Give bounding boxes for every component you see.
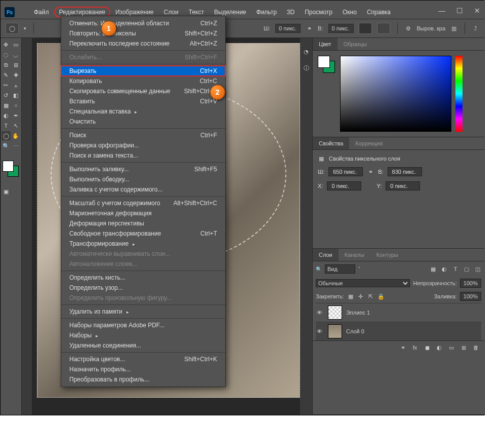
filter-type-icon[interactable]: T xyxy=(452,265,459,273)
menu-item[interactable]: Марионеточная деформация xyxy=(61,208,225,218)
filter-pixel-icon[interactable]: ▦ xyxy=(430,265,437,273)
menu-item[interactable]: Выполнить заливку...Shift+F5 xyxy=(61,164,225,174)
stamp-tool[interactable]: ⟁ xyxy=(12,81,21,90)
zoom-tool[interactable]: 🔍 xyxy=(2,141,11,150)
menu-item[interactable]: Специальная вставка xyxy=(61,106,225,117)
link-wh-icon[interactable]: ⚭ xyxy=(367,168,374,175)
info-icon[interactable]: ⓘ xyxy=(303,64,310,71)
menu-item[interactable]: Деформация перспективы xyxy=(61,218,225,228)
panel-color-swatch[interactable] xyxy=(318,56,336,74)
filter-adjust-icon[interactable]: ◐ xyxy=(441,265,448,273)
menu-item[interactable]: Наборы xyxy=(61,330,225,340)
options-icon[interactable]: ▥ xyxy=(450,25,457,32)
tab-adjustments[interactable]: Коррекция xyxy=(349,137,389,149)
tab-layers[interactable]: Слои xyxy=(313,249,339,261)
quickmask-tool[interactable]: ▣ xyxy=(2,187,11,196)
menu-item[interactable]: Заливка с учетом содержимого... xyxy=(61,184,225,195)
tool-preset-icon[interactable]: ◯ xyxy=(6,23,19,34)
group-icon[interactable]: ▭ xyxy=(448,344,455,351)
menu-item[interactable]: Трансформирование xyxy=(61,239,225,249)
tab-swatches[interactable]: Образцы xyxy=(338,38,373,50)
healing-tool[interactable]: ✚ xyxy=(12,70,21,80)
close-icon[interactable]: ✕ xyxy=(474,7,480,15)
gradient-tool[interactable]: ▦ xyxy=(2,101,11,110)
ellipse-tool[interactable]: ◯ xyxy=(2,131,11,140)
height-field[interactable]: 0 пикс. xyxy=(328,24,354,33)
menu-item[interactable]: Масштаб с учетом содержимогоAlt+Shift+Ct… xyxy=(61,198,225,208)
hand-tool[interactable]: ✋ xyxy=(12,131,21,140)
lock-all-icon[interactable]: 🔒 xyxy=(377,293,385,300)
menu-item[interactable]: Повторить: Вы пикселыShift+Ctrl+Z xyxy=(61,28,225,39)
tab-paths[interactable]: Контуры xyxy=(370,249,404,261)
tab-properties[interactable]: Свойства xyxy=(313,137,349,149)
type-tool[interactable]: T xyxy=(2,121,11,130)
tab-color[interactable]: Цвет xyxy=(313,38,338,50)
visibility-icon[interactable]: 👁 xyxy=(317,310,324,316)
menu-item[interactable]: Определить кисть... xyxy=(61,273,225,283)
lock-artboard-icon[interactable]: ⇱ xyxy=(367,293,374,300)
fill-field[interactable]: 100% xyxy=(460,292,481,301)
path-tool[interactable]: ↖ xyxy=(12,121,21,130)
history-brush-tool[interactable]: ↺ xyxy=(2,91,11,100)
tab-channels[interactable]: Каналы xyxy=(339,249,370,261)
blur-tool[interactable]: ○ xyxy=(12,101,21,110)
menu-item[interactable]: Переключить последнее состояниеAlt+Ctrl+… xyxy=(61,39,225,49)
filter-shape-icon[interactable]: ▢ xyxy=(463,265,470,273)
hue-slider[interactable] xyxy=(455,56,463,132)
eraser-tool[interactable]: ◧ xyxy=(12,91,21,100)
minimize-icon[interactable]: — xyxy=(438,7,445,15)
menu-item[interactable]: Назначить профиль... xyxy=(61,364,225,374)
prop-w-field[interactable]: 650 пикс. xyxy=(328,167,363,176)
menu-item[interactable]: ВставитьCtrl+V xyxy=(61,96,225,106)
layer-search-input[interactable] xyxy=(325,264,355,274)
menu-item[interactable]: Поиск и замена текста... xyxy=(61,150,225,161)
menu-item[interactable]: Наборы параметров Adobe PDF... xyxy=(61,320,225,330)
width-field[interactable]: 0 пикс. xyxy=(275,24,301,33)
marquee-tool[interactable]: ◌ xyxy=(2,50,11,59)
maximize-icon[interactable]: ☐ xyxy=(456,7,463,15)
color-swatch[interactable] xyxy=(2,161,19,178)
filter-smart-icon[interactable]: ◫ xyxy=(474,265,481,273)
mask-icon[interactable]: ◼ xyxy=(424,344,431,351)
menu-item[interactable]: Отменить: Ин выделенной областиCtrl+Z xyxy=(61,18,225,28)
stroke-swatch[interactable] xyxy=(377,23,390,34)
menu-item[interactable]: Удалить из памяти xyxy=(61,306,225,317)
brush-tool[interactable]: ✏ xyxy=(2,81,11,90)
lasso-tool[interactable]: ◡ xyxy=(12,50,21,59)
fill-swatch[interactable] xyxy=(359,23,372,34)
prop-h-field[interactable]: 830 пикс. xyxy=(388,167,422,176)
menu-window[interactable]: Окно xyxy=(338,7,362,18)
menu-item[interactable]: ПоискCtrl+F xyxy=(61,130,225,140)
blend-mode-select[interactable]: Обычные xyxy=(316,279,410,287)
menu-item[interactable]: Проверка орфографии... xyxy=(61,140,225,150)
visibility-icon[interactable]: 👁 xyxy=(317,328,324,334)
menu-file[interactable]: Файл xyxy=(29,7,54,18)
artboard-tool[interactable]: ▭ xyxy=(12,40,21,49)
menu-item[interactable]: ВырезатьCtrl+X xyxy=(61,66,225,76)
menu-item[interactable]: Выполнить обводку... xyxy=(61,174,225,184)
link-icon[interactable]: ⚭ xyxy=(306,25,313,32)
opacity-field[interactable]: 100% xyxy=(460,279,481,288)
move-tool[interactable]: ✥ xyxy=(2,40,11,49)
history-icon[interactable]: ◔ xyxy=(303,48,310,55)
menu-item[interactable]: Настройка цветов...Shift+Ctrl+K xyxy=(61,354,225,364)
menu-help[interactable]: Справка xyxy=(362,7,396,18)
menu-item[interactable]: Удаленные соединения... xyxy=(61,340,225,351)
layer-item[interactable]: 👁 Слой 0 xyxy=(316,322,481,340)
pen-tool[interactable]: ✒ xyxy=(12,111,21,120)
dodge-tool[interactable]: ◐ xyxy=(2,111,11,120)
menu-item[interactable]: Очистить xyxy=(61,117,225,127)
eyedropper-tool[interactable]: ✎ xyxy=(2,70,11,80)
link-layers-icon[interactable]: ⚭ xyxy=(399,344,406,351)
prop-y-field[interactable]: 0 пикс. xyxy=(386,181,420,190)
new-layer-icon[interactable]: ⊞ xyxy=(460,344,467,351)
menu-item[interactable]: Преобразовать в профиль... xyxy=(61,374,225,385)
layer-item[interactable]: 👁 Эллипс 1 xyxy=(316,303,481,322)
edit-toolbar[interactable]: ⋯ xyxy=(12,141,21,150)
trash-icon[interactable]: 🗑 xyxy=(472,344,479,351)
menu-item[interactable]: Скопировать совмещенные данныеShift+Ctrl… xyxy=(61,86,225,96)
prop-x-field[interactable]: 0 пикс. xyxy=(327,181,361,190)
lock-pixels-icon[interactable]: ▦ xyxy=(347,293,354,300)
menu-item[interactable]: КопироватьCtrl+C xyxy=(61,76,225,86)
frame-tool[interactable]: ⊞ xyxy=(12,60,21,69)
